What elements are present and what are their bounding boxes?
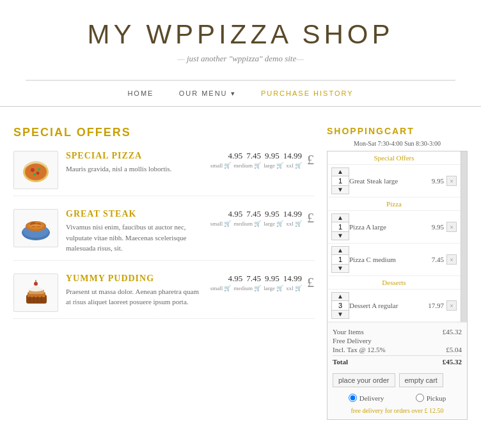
cart-item-price-dessert-a: 17.97 xyxy=(423,302,444,309)
svg-point-5 xyxy=(38,168,40,171)
svg-point-1 xyxy=(25,164,47,180)
cart-summary: Your Items £45.32 Free Delivery Incl. Ta… xyxy=(327,322,467,369)
qty-input-dessert-a[interactable] xyxy=(331,301,349,310)
cart-summary-items: Your Items £45.32 xyxy=(333,328,462,336)
menu-item-special-pizza: SPECIAL PIZZA Mauris gravida, nisl a mol… xyxy=(13,151,314,196)
nav-purchase-history[interactable]: PURCHASE HISTORY xyxy=(261,89,354,97)
pickup-radio-label[interactable]: Pickup xyxy=(416,394,446,402)
special-pizza-add-btn[interactable]: £ xyxy=(307,151,314,168)
great-steak-desc: Vivamus nisi enim, faucibus ut auctor ne… xyxy=(66,222,205,254)
svg-point-3 xyxy=(36,172,39,175)
cart-item-pizza-c: ▲ ▼ Pizza C medium 7.45 × xyxy=(327,243,461,276)
cart-scrollbar[interactable] xyxy=(461,151,467,322)
cart-category-special-offers: Special Offers xyxy=(327,151,461,165)
yummy-pudding-add-btn[interactable]: £ xyxy=(307,274,314,291)
qty-stepper-dessert-a: ▲ ▼ xyxy=(331,292,349,319)
special-pizza-desc: Mauris gravida, nisl a mollis lobortis. xyxy=(66,164,205,174)
cart-summary-delivery: Free Delivery xyxy=(333,337,462,344)
qty-stepper-great-steak: ▲ ▼ xyxy=(331,167,349,194)
cart-category-desserts: Desserts xyxy=(327,276,461,290)
great-steak-details: GREAT STEAK Vivamus nisi enim, faucibus … xyxy=(66,209,205,254)
svg-point-16 xyxy=(34,282,38,286)
cart-item-name-pizza-c: Pizza C medium xyxy=(349,256,423,263)
yummy-pudding-details: YUMMY PUDDING Praesent ut massa dolor. A… xyxy=(66,274,205,307)
shopping-cart: SHOPPINGCART Mon-Sat 7:30-4:00 Sun 8:30-… xyxy=(327,126,468,420)
cart-remove-pizza-a[interactable]: × xyxy=(446,222,457,232)
qty-up-great-steak[interactable]: ▲ xyxy=(331,167,349,176)
cart-item-name-great-steak: Great Steak large xyxy=(349,177,423,185)
great-steak-image xyxy=(13,209,58,247)
section-title: SPECIAL OFFERS xyxy=(13,126,314,139)
qty-input-pizza-a[interactable] xyxy=(331,222,349,231)
qty-down-pizza-a[interactable]: ▼ xyxy=(331,231,349,240)
special-pizza-image xyxy=(13,151,58,189)
cart-remove-dessert-a[interactable]: × xyxy=(446,300,457,311)
qty-down-great-steak[interactable]: ▼ xyxy=(331,185,349,194)
cart-category-pizza: Pizza xyxy=(327,197,461,211)
qty-up-dessert-a[interactable]: ▲ xyxy=(331,292,349,301)
menu-item-yummy-pudding: YUMMY PUDDING Praesent ut massa dolor. A… xyxy=(13,274,314,319)
qty-up-pizza-a[interactable]: ▲ xyxy=(331,213,349,222)
site-tagline: just another "wppizza" demo site xyxy=(13,54,468,64)
qty-input-great-steak[interactable] xyxy=(331,176,349,185)
special-pizza-details: SPECIAL PIZZA Mauris gravida, nisl a mol… xyxy=(66,151,205,174)
great-steak-prices: 4.95 7.45 9.95 14.99 small 🛒 medium 🛒 la… xyxy=(205,209,314,227)
special-pizza-name: SPECIAL PIZZA xyxy=(66,151,205,161)
delivery-radio[interactable] xyxy=(349,394,357,402)
yummy-pudding-desc: Praesent ut massa dolor. Aenean pharetra… xyxy=(66,286,205,307)
cart-remove-great-steak[interactable]: × xyxy=(446,176,457,186)
cart-actions: place your order empty cart xyxy=(327,369,467,391)
cart-item-price-pizza-a: 9.95 xyxy=(423,223,444,231)
main-nav: HOME OUR MENU ▾ PURCHASE HISTORY xyxy=(0,81,481,107)
nav-our-menu[interactable]: OUR MENU ▾ xyxy=(179,89,236,97)
cart-remove-pizza-c[interactable]: × xyxy=(446,254,457,265)
qty-input-pizza-c[interactable] xyxy=(331,255,349,264)
cart-item-price-pizza-c: 7.45 xyxy=(423,256,444,263)
menu-item-great-steak: GREAT STEAK Vivamus nisi enim, faucibus … xyxy=(13,209,314,261)
left-column: SPECIAL OFFERS SPECIAL PIZZA Mauris grav… xyxy=(13,126,314,420)
free-delivery-note: free delivery for orders over £ 12.50 xyxy=(327,405,467,419)
svg-point-2 xyxy=(31,168,35,172)
cart-item-price-great-steak: 9.95 xyxy=(423,177,444,185)
qty-down-pizza-c[interactable]: ▼ xyxy=(331,264,349,273)
yummy-pudding-prices: 4.95 7.45 9.95 14.99 small 🛒 medium 🛒 la… xyxy=(205,274,314,291)
site-title: MY WPPIZZA SHOP xyxy=(13,19,468,50)
cart-item-name-dessert-a: Dessert A regular xyxy=(349,302,423,309)
cart-item-name-pizza-a: Pizza A large xyxy=(349,223,423,231)
special-pizza-prices: 4.95 7.45 9.95 14.99 small 🛒 medium 🛒 la… xyxy=(205,151,314,169)
cart-delivery-options: Delivery Pickup xyxy=(327,391,467,405)
svg-point-4 xyxy=(33,173,36,176)
cart-item-pizza-a: ▲ ▼ Pizza A large 9.95 × xyxy=(327,211,461,243)
cart-summary-tax: Incl. Tax @ 12.5% £5.04 xyxy=(333,346,462,353)
delivery-radio-label[interactable]: Delivery xyxy=(349,394,384,402)
qty-stepper-pizza-c: ▲ ▼ xyxy=(331,246,349,273)
great-steak-add-btn[interactable]: £ xyxy=(307,210,314,226)
cart-title: SHOPPINGCART xyxy=(327,126,468,136)
pickup-radio[interactable] xyxy=(416,394,424,402)
yummy-pudding-name: YUMMY PUDDING xyxy=(66,274,205,284)
qty-stepper-pizza-a: ▲ ▼ xyxy=(331,213,349,240)
cart-box: Special Offers ▲ ▼ Great Steak large 9.9… xyxy=(327,151,468,420)
cart-item-great-steak: ▲ ▼ Great Steak large 9.95 × xyxy=(327,165,461,197)
nav-home[interactable]: HOME xyxy=(127,89,154,97)
place-order-button[interactable]: place your order xyxy=(333,373,395,387)
qty-up-pizza-c[interactable]: ▲ xyxy=(331,246,349,255)
yummy-pudding-image xyxy=(13,274,58,312)
cart-hours: Mon-Sat 7:30-4:00 Sun 8:30-3:00 xyxy=(327,140,468,147)
cart-item-dessert-a: ▲ ▼ Dessert A regular 17.97 × xyxy=(327,290,461,322)
qty-down-dessert-a[interactable]: ▼ xyxy=(331,310,349,319)
empty-cart-button[interactable]: empty cart xyxy=(399,373,443,387)
cart-summary-total: Total £45.32 xyxy=(333,355,462,366)
great-steak-name: GREAT STEAK xyxy=(66,209,205,219)
